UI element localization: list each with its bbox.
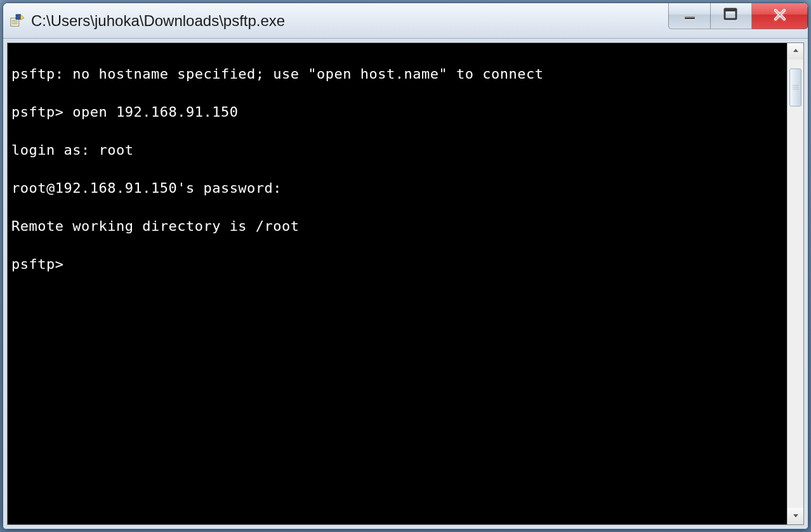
svg-rect-4 <box>16 14 20 18</box>
scroll-up-button[interactable] <box>788 43 803 60</box>
svg-rect-8 <box>725 9 736 11</box>
window-title: C:\Users\juhoka\Downloads\psftp.exe <box>31 12 285 30</box>
maximize-button[interactable] <box>710 3 752 29</box>
terminal-line: Remote working directory is /root <box>11 217 783 236</box>
terminal-container: psftp: no hostname specified; use "open … <box>7 42 804 525</box>
close-icon <box>772 8 788 24</box>
terminal-output[interactable]: psftp: no hostname specified; use "open … <box>8 43 787 524</box>
titlebar[interactable]: C:\Users\juhoka\Downloads\psftp.exe <box>3 3 808 39</box>
svg-rect-6 <box>685 16 695 18</box>
minimize-button[interactable] <box>668 3 710 29</box>
app-icon <box>10 13 25 29</box>
terminal-line: login as: root <box>11 141 783 160</box>
scroll-thumb[interactable] <box>789 68 801 107</box>
scroll-down-button[interactable] <box>788 508 803 524</box>
close-button[interactable] <box>752 3 808 29</box>
minimize-icon <box>683 8 697 24</box>
scroll-track[interactable] <box>788 60 803 508</box>
application-window: C:\Users\juhoka\Downloads\psftp.exe <box>3 3 808 529</box>
terminal-line: psftp> open 192.168.91.150 <box>11 103 783 122</box>
content-frame: psftp: no hostname specified; use "open … <box>3 39 808 529</box>
maximize-icon <box>723 8 739 24</box>
terminal-line: psftp> <box>11 255 783 274</box>
chevron-up-icon <box>792 46 800 57</box>
terminal-line: root@192.168.91.150's password: <box>11 179 783 198</box>
vertical-scrollbar[interactable] <box>787 43 803 524</box>
chevron-down-icon <box>792 510 800 522</box>
window-controls <box>668 3 808 29</box>
terminal-line: psftp: no hostname specified; use "open … <box>11 65 783 84</box>
